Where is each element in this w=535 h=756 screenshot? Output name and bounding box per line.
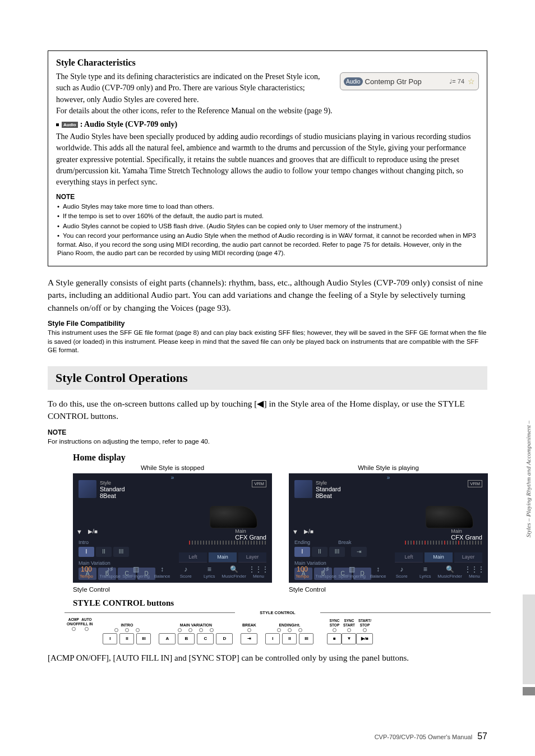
transpose-menu-button[interactable]: ♪♯Transpose bbox=[315, 564, 337, 580]
left-part-button[interactable]: Left bbox=[395, 552, 423, 563]
intro-group-label: INTRO bbox=[121, 623, 133, 627]
balance-menu-button[interactable]: ↕Balance bbox=[151, 564, 173, 580]
ending-ii-button[interactable]: II bbox=[312, 547, 328, 557]
transpose-menu-button[interactable]: ♪♯Transpose bbox=[99, 564, 121, 580]
sync-stop-icon[interactable]: ▼ bbox=[76, 528, 82, 535]
home-display-screenshots: While Style is stopped » Style Standard … bbox=[73, 464, 487, 593]
score-menu-button[interactable]: ♪Score bbox=[390, 564, 413, 580]
intro-ii-led-icon bbox=[125, 628, 129, 632]
break-group-label: BREAK bbox=[242, 623, 256, 627]
layer-part-button[interactable]: Layer bbox=[238, 552, 266, 563]
audio-mini-badge-icon: Audio bbox=[62, 122, 78, 128]
left-part-button[interactable]: Left bbox=[179, 552, 207, 563]
intro-i-panel-button[interactable]: I bbox=[103, 633, 117, 644]
intro-i-button[interactable]: I bbox=[79, 547, 94, 557]
var-d-panel-button[interactable]: D bbox=[216, 633, 233, 644]
ending-ii-led-icon bbox=[288, 628, 292, 632]
intro-iii-panel-button[interactable]: III bbox=[136, 633, 151, 644]
beat-indicator bbox=[188, 541, 266, 545]
var-a-panel-button[interactable]: A bbox=[159, 633, 176, 644]
break-button[interactable]: ⇥ bbox=[351, 547, 367, 557]
main-voice-area[interactable]: Main CFX Grand bbox=[210, 504, 266, 541]
var-c-panel-button[interactable]: C bbox=[197, 633, 214, 644]
style-file-compat-heading: Style File Compatibility bbox=[48, 320, 487, 328]
home-display-heading: Home display bbox=[73, 453, 487, 463]
auto-fillin-label: AUTO FILL IN bbox=[81, 617, 93, 626]
main-part-button[interactable]: Main bbox=[209, 552, 237, 563]
style-thumb-icon[interactable] bbox=[294, 480, 312, 498]
home-display-stopped: » Style Standard 8Beat VRM Main bbox=[73, 473, 272, 583]
screen-caption-stopped: While Style is stopped bbox=[73, 464, 272, 471]
expand-arrow-icon[interactable]: » bbox=[387, 474, 390, 481]
sync-stop-label: SYNC STOP bbox=[329, 619, 339, 627]
lyrics-menu-button[interactable]: ≡Lyrics bbox=[414, 564, 436, 580]
audio-style-description: The Audio Styles have been specially pro… bbox=[56, 131, 479, 188]
split-fingering-menu-button[interactable]: ▥SplitFingering bbox=[122, 564, 150, 580]
home-display-playing: » Style Standard 8Beat VRM Main bbox=[289, 473, 488, 583]
side-tab-light bbox=[523, 594, 535, 684]
style-characteristics-text-2: For details about the other icons, refer… bbox=[56, 105, 479, 117]
start-stop-led-icon bbox=[363, 628, 367, 632]
vrm-badge: VRM bbox=[252, 480, 266, 487]
sync-stop-icon[interactable]: ▼ bbox=[292, 528, 298, 535]
var-b-panel-button[interactable]: B bbox=[178, 633, 195, 644]
intro-ii-button[interactable]: II bbox=[96, 547, 112, 557]
style-parts-paragraph: A Style generally consists of eight part… bbox=[48, 276, 487, 314]
sync-start-panel-button[interactable]: ▼ bbox=[342, 633, 356, 644]
main-variation-group-label: MAIN VARIATION bbox=[180, 623, 212, 627]
preset-style-icon-example: Audio Contemp Gtr Pop ♩= 74 ☆ bbox=[340, 72, 479, 90]
style-file-compat-text: This instrument uses the SFF GE file for… bbox=[48, 329, 487, 355]
intro-iii-led-icon bbox=[136, 628, 140, 632]
expand-arrow-icon[interactable]: » bbox=[171, 474, 174, 481]
style-control-intro: To do this, use the on-screen buttons ca… bbox=[48, 398, 487, 423]
note-list: Audio Styles may take more time to load … bbox=[56, 202, 479, 258]
ending-i-panel-button[interactable]: I bbox=[265, 633, 280, 644]
main-part-button[interactable]: Main bbox=[425, 552, 453, 563]
layer-part-button[interactable]: Layer bbox=[454, 552, 482, 563]
ending-ii-panel-button[interactable]: II bbox=[282, 633, 297, 644]
break-panel-button[interactable]: ⇥ bbox=[241, 633, 257, 644]
ending-iii-panel-button[interactable]: III bbox=[299, 633, 313, 644]
screen-caption-playing: While Style is playing bbox=[289, 464, 488, 471]
style-control-operations-heading: Style Control Operations bbox=[56, 371, 479, 385]
bullet-icon bbox=[56, 123, 59, 126]
note-item: You can record your performance using an… bbox=[57, 232, 479, 258]
page-number: 57 bbox=[477, 731, 487, 741]
ending-i-button[interactable]: I bbox=[294, 547, 310, 557]
panel-only-note: [ACMP ON/OFF], [AUTO FILL IN] and [SYNC … bbox=[48, 653, 487, 663]
intro-i-led-icon bbox=[114, 628, 118, 632]
balance-menu-button[interactable]: ↕Balance bbox=[367, 564, 389, 580]
intro-iii-button[interactable]: III bbox=[113, 547, 129, 557]
tempo-menu-button[interactable]: 100Tempo bbox=[75, 564, 98, 580]
side-tab-dark bbox=[523, 687, 535, 695]
audio-style-heading: Audio : Audio Style (CVP-709 only) bbox=[56, 120, 479, 129]
var-d-led-icon bbox=[210, 628, 214, 632]
menu-button[interactable]: ⋮⋮⋮Menu bbox=[463, 564, 486, 580]
lyrics-menu-button[interactable]: ≡Lyrics bbox=[198, 564, 220, 580]
menu-button[interactable]: ⋮⋮⋮Menu bbox=[247, 564, 270, 580]
main-voice-area[interactable]: Main CFX Grand bbox=[426, 504, 482, 541]
note-item: Audio Styles may take more time to load … bbox=[57, 202, 479, 211]
style-control-caption: Style Control bbox=[73, 586, 272, 593]
tempo-indicator: ♩= 74 bbox=[449, 78, 464, 85]
ending-iii-button[interactable]: III bbox=[329, 547, 345, 557]
intro-ii-panel-button[interactable]: II bbox=[119, 633, 134, 644]
start-stop-panel-button[interactable]: ▶/■ bbox=[356, 633, 373, 644]
start-stop-icon[interactable]: ▶/■ bbox=[304, 528, 313, 535]
piano-icon bbox=[426, 506, 473, 528]
var-a-led-icon bbox=[178, 628, 182, 632]
tempo-note: For instructions on adjusting the tempo,… bbox=[48, 438, 487, 445]
start-stop-icon[interactable]: ▶/■ bbox=[88, 528, 98, 535]
sync-stop-led-icon bbox=[333, 628, 336, 632]
var-b-led-icon bbox=[188, 628, 192, 632]
music-finder-menu-button[interactable]: 🔍MusicFinder bbox=[222, 564, 246, 580]
split-fingering-menu-button[interactable]: ▥SplitFingering bbox=[338, 564, 366, 580]
score-menu-button[interactable]: ♪Score bbox=[174, 564, 197, 580]
note-heading: NOTE bbox=[56, 193, 479, 201]
sync-stop-panel-button[interactable]: ■ bbox=[327, 633, 342, 644]
beat-indicator bbox=[404, 541, 482, 545]
tempo-menu-button[interactable]: 100Tempo bbox=[291, 564, 313, 580]
music-finder-menu-button[interactable]: 🔍MusicFinder bbox=[437, 564, 462, 580]
ending-group-label: ENDING/rit. bbox=[279, 623, 300, 627]
style-thumb-icon[interactable] bbox=[79, 480, 96, 498]
